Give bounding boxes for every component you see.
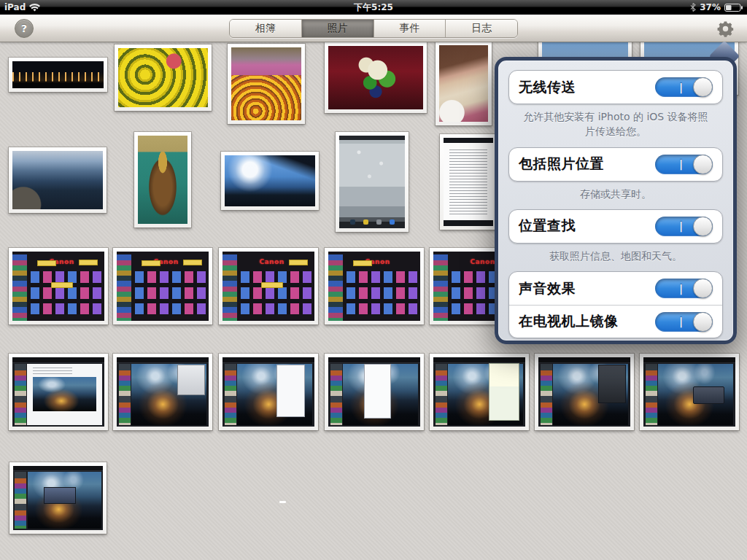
setting-row-include-location: 包括照片位置 |	[509, 148, 722, 181]
photo-thumbnail-app-screenshot[interactable]	[9, 354, 108, 430]
photo-thumbnail-canon-store[interactable]: Canon	[113, 248, 212, 324]
photo-thumbnail-app-screenshot[interactable]	[640, 354, 739, 430]
photo-image	[12, 61, 104, 88]
thumb-detail	[12, 357, 104, 363]
thumb-detail	[433, 357, 525, 363]
photo-thumbnail-towers[interactable]	[221, 152, 319, 210]
filmstrip-detail	[433, 254, 448, 321]
dialog-detail	[44, 487, 76, 504]
toggle-knob	[693, 217, 713, 236]
photo-thumbnail-app-screenshot[interactable]	[325, 354, 424, 430]
thumb-detail	[117, 357, 209, 363]
mirror-on-tv-toggle[interactable]: |	[655, 312, 713, 332]
photo-image	[225, 155, 315, 206]
setting-label: 声音效果	[519, 279, 576, 298]
setting-row-wireless-beaming: 无线传送 |	[509, 71, 722, 104]
setting-group: 位置查找 |	[508, 209, 723, 244]
photo-image	[444, 138, 493, 226]
thumb-detail	[538, 357, 630, 363]
tab-events[interactable]: 事件	[374, 20, 446, 37]
photo-image	[12, 357, 104, 427]
include-photo-location-toggle[interactable]: |	[655, 155, 713, 174]
toolbar: ? 相簿 照片 事件 日志	[0, 15, 747, 42]
thumb-detail	[222, 357, 314, 363]
setting-caption: 允许其他安装有 iPhoto 的 iOS 设备将照片传送给您。	[519, 109, 713, 139]
filmstrip-detail	[436, 364, 447, 426]
photo-thumbnail-canon-store[interactable]: Canon	[219, 248, 318, 324]
photo-thumbnail-yellow-flowers[interactable]	[115, 44, 212, 111]
bluetooth-icon	[690, 3, 696, 12]
help-icon[interactable]: ?	[15, 19, 34, 38]
toggle-on-mark: |	[679, 316, 683, 327]
photo-image	[12, 151, 103, 209]
thumb-detail	[31, 271, 101, 314]
photo-thumbnail-app-screenshot[interactable]	[430, 354, 529, 430]
thumb-detail	[27, 364, 102, 426]
photo-thumbnail-night-city[interactable]	[9, 58, 107, 92]
wifi-icon	[29, 4, 40, 12]
note-detail	[79, 260, 98, 265]
photo-image	[13, 466, 103, 530]
note-detail	[353, 260, 372, 266]
photo-image: Canon	[12, 252, 104, 321]
photo-thumbnail-app-screenshot[interactable]	[113, 354, 212, 430]
setting-row-sound-effects: 声音效果 |	[509, 272, 722, 305]
photo-image	[328, 46, 423, 109]
setting-group: 声音效果 | 在电视机上镜像 |	[508, 271, 723, 338]
photo-thumbnail-app-screenshot[interactable]	[219, 354, 318, 430]
photo-image: Canon	[117, 252, 209, 321]
filmstrip-detail	[328, 254, 343, 321]
note-detail	[142, 260, 160, 266]
device-label: iPad	[4, 2, 26, 12]
tab-albums[interactable]: 相簿	[230, 20, 301, 37]
tab-photos[interactable]: 照片	[301, 20, 374, 37]
toggle-on-mark: |	[679, 283, 683, 295]
photo-thumbnail-app-screenshot[interactable]	[535, 354, 634, 430]
filmstrip-detail	[225, 364, 236, 426]
note-detail	[51, 282, 73, 288]
toggle-knob	[693, 312, 713, 332]
photo-image	[222, 357, 314, 427]
note-detail	[183, 260, 202, 265]
setting-label: 无线传送	[519, 78, 576, 97]
photo-thumbnail-flower-vase[interactable]	[325, 42, 427, 113]
battery-icon	[724, 4, 743, 12]
dialog-detail	[489, 363, 520, 421]
thumb-detail	[33, 377, 96, 411]
photo-thumbnail-app-screenshot[interactable]	[9, 462, 107, 534]
photo-image	[328, 357, 420, 427]
dialog-detail	[177, 365, 205, 395]
photo-thumbnail-orange-flowers[interactable]	[228, 44, 305, 124]
photo-thumbnail-canon-store[interactable]: Canon	[325, 248, 424, 324]
status-right: 37%	[690, 2, 743, 12]
tab-journals[interactable]: 日志	[445, 20, 517, 37]
photo-thumbnail-samurai[interactable]	[134, 132, 191, 228]
filmstrip-detail	[15, 472, 26, 529]
location-lookup-toggle[interactable]: |	[655, 217, 713, 236]
setting-group: 包括照片位置 |	[508, 147, 723, 182]
dialog-detail	[276, 365, 305, 417]
photo-image	[433, 357, 525, 427]
dialog-detail	[364, 364, 391, 419]
view-segmented-control: 相簿 照片 事件 日志	[229, 19, 518, 38]
setting-caption: 获取照片信息、地图和天气。	[519, 249, 713, 263]
setting-label: 包括照片位置	[519, 155, 604, 174]
filmstrip-detail	[119, 364, 131, 426]
wireless-beaming-toggle[interactable]: |	[655, 77, 713, 97]
note-detail	[37, 260, 56, 266]
settings-button[interactable]	[716, 20, 734, 37]
photo-image: Canon	[222, 252, 314, 321]
photo-thumbnail-ipad-screen[interactable]	[336, 132, 409, 232]
setting-row-mirror-on-tv: 在电视机上镜像 |	[509, 305, 722, 338]
photo-thumbnail-seascape[interactable]	[9, 147, 107, 213]
toggle-on-mark: |	[679, 158, 683, 170]
photo-image	[117, 357, 209, 427]
photo-thumbnail-canon-store[interactable]: Canon	[9, 248, 108, 324]
gear-icon	[717, 20, 734, 37]
photo-thumbnail-document[interactable]	[440, 134, 497, 230]
photo-thumbnail-portrait[interactable]	[436, 42, 492, 125]
sound-effects-toggle[interactable]: |	[655, 279, 713, 298]
photo-image	[439, 45, 488, 122]
toggle-on-mark: |	[679, 220, 683, 232]
iphoto-app-screen: iPad 下午5:25 37% ? 相簿 照片 事件 日志	[0, 0, 747, 560]
